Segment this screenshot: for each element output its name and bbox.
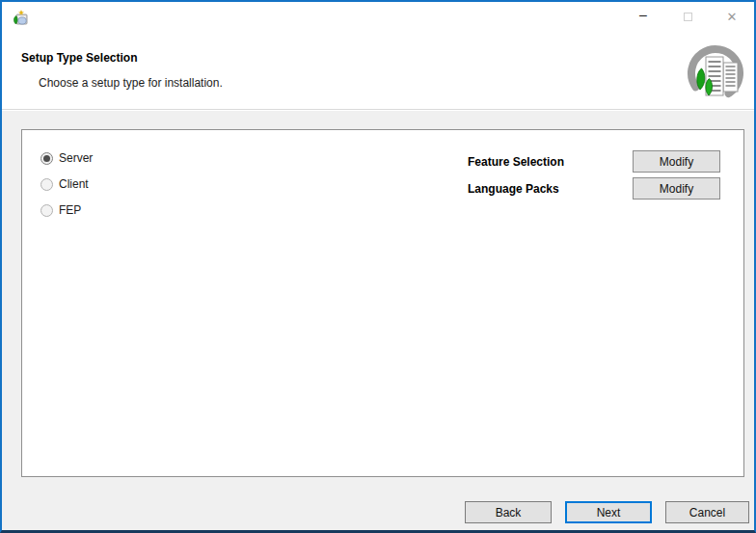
content-panel: Server Client FEP Feature Selection Modi… (21, 129, 744, 477)
radio-option-client[interactable]: Client (40, 176, 89, 192)
wizard-body: Server Client FEP Feature Selection Modi… (2, 111, 754, 530)
page-subtitle: Choose a setup type for installation. (39, 76, 223, 90)
radio-icon (40, 178, 53, 191)
installer-package-icon (12, 9, 29, 26)
maximize-button (665, 2, 710, 31)
close-button[interactable]: ✕ (710, 2, 754, 31)
minimize-icon: – (639, 8, 647, 21)
radio-option-fep[interactable]: FEP (40, 202, 81, 218)
language-packs-row: Language Packs Modify (468, 177, 720, 200)
server-documents-trees-logo (685, 43, 748, 107)
minimize-button[interactable]: – (621, 2, 665, 31)
feature-selection-label: Feature Selection (468, 155, 564, 169)
back-button[interactable]: Back (465, 501, 552, 523)
radio-label: Client (59, 177, 89, 191)
cancel-button[interactable]: Cancel (665, 501, 749, 523)
next-button[interactable]: Next (565, 501, 652, 523)
close-icon: ✕ (727, 11, 738, 23)
radio-option-server[interactable]: Server (40, 150, 93, 166)
feature-selection-modify-button[interactable]: Modify (633, 150, 720, 173)
feature-selection-row: Feature Selection Modify (468, 150, 720, 173)
radio-icon (40, 204, 53, 217)
titlebar[interactable]: – ✕ (2, 2, 754, 31)
page-title: Setup Type Selection (21, 51, 137, 65)
radio-icon (40, 152, 53, 165)
language-packs-modify-button[interactable]: Modify (633, 177, 720, 200)
installer-window: – ✕ Setup Type Selection Choose a setup … (0, 0, 756, 533)
radio-label: FEP (59, 203, 81, 217)
maximize-icon (684, 13, 692, 21)
wizard-header: Setup Type Selection Choose a setup type… (2, 31, 754, 110)
language-packs-label: Language Packs (468, 182, 559, 196)
window-controls: – ✕ (621, 2, 754, 31)
radio-label: Server (59, 151, 93, 165)
